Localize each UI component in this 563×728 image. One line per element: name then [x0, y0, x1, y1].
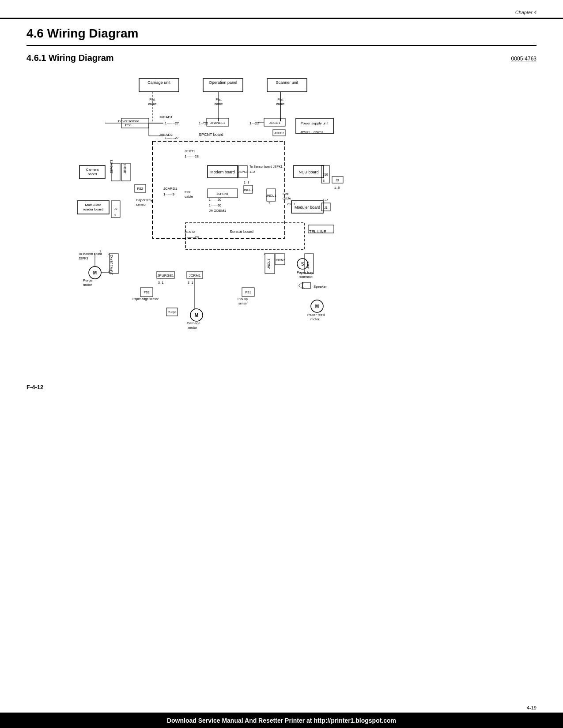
- svg-text:28: 28: [287, 203, 291, 206]
- svg-text:8: 8: [323, 179, 325, 182]
- svg-text:SPCNT board: SPCNT board: [199, 132, 223, 137]
- svg-text:1-------30: 1-------30: [209, 198, 221, 201]
- svg-text:S: S: [301, 262, 304, 266]
- svg-text:Operation panel: Operation panel: [209, 80, 237, 85]
- svg-text:J10: J10: [323, 173, 328, 176]
- svg-text:JEXT1: JEXT1: [185, 149, 196, 153]
- svg-text:JBSNT: JBSNT: [123, 163, 126, 173]
- svg-text:board: board: [88, 172, 97, 176]
- svg-text:JNCU1: JNCU1: [266, 194, 276, 197]
- svg-text:JCARD1: JCARD1: [163, 187, 178, 191]
- svg-text:reader board: reader board: [83, 207, 103, 211]
- svg-text:2: 2: [108, 252, 110, 255]
- svg-text:Moduler board: Moduler board: [295, 205, 320, 210]
- svg-text:1--5: 1--5: [323, 199, 329, 202]
- svg-text:JEXT2: JEXT2: [185, 230, 196, 234]
- svg-text:PS2: PS2: [137, 187, 143, 190]
- svg-text:JCCD2: JCCD2: [274, 131, 284, 135]
- svg-text:Carriage unit: Carriage unit: [147, 80, 170, 85]
- svg-text:JSPK3: JSPK3: [238, 170, 248, 173]
- svg-text:Pick up: Pick up: [238, 297, 248, 301]
- svg-text:JNCU2: JNCU2: [243, 188, 253, 191]
- section-rule: [26, 45, 537, 46]
- svg-text:1: 1: [99, 250, 101, 253]
- svg-rect-145: [302, 282, 310, 289]
- chapter-label: Chapter 4: [515, 10, 537, 15]
- svg-text:3--1: 3--1: [158, 281, 164, 284]
- svg-text:Paper feed: Paper feed: [307, 313, 325, 317]
- svg-text:To Sensor board JSPK1: To Sensor board JSPK1: [249, 165, 283, 168]
- svg-text:3: 3: [114, 214, 116, 217]
- svg-text:JNCU: JNCU: [306, 261, 310, 269]
- svg-text:J3: J3: [336, 179, 339, 182]
- svg-text:Purge: Purge: [168, 311, 176, 314]
- svg-text:JMODEM1: JMODEM1: [209, 209, 227, 213]
- svg-text:JPURGE1: JPURGE1: [158, 274, 174, 278]
- page-number: 4-19: [527, 705, 537, 710]
- svg-text:motor: motor: [310, 317, 320, 321]
- svg-text:solenoid: solenoid: [299, 275, 313, 279]
- svg-text:JSPK3: JSPK3: [79, 257, 88, 260]
- svg-text:M: M: [315, 304, 319, 309]
- svg-text:1: 1: [264, 252, 265, 255]
- svg-marker-146: [299, 282, 302, 289]
- svg-text:JCCD1: JCCD1: [269, 121, 280, 125]
- svg-text:1-------27: 1-------27: [165, 121, 179, 125]
- doc-number: 0005-4763: [511, 56, 537, 62]
- svg-text:JAPM1 JSPK1: JAPM1 JSPK1: [110, 255, 113, 275]
- svg-text:Flat: Flat: [283, 192, 289, 196]
- svg-text:1---22: 1---22: [249, 121, 259, 125]
- svg-text:CN201: CN201: [314, 131, 323, 134]
- svg-text:Scanner unit: Scanner unit: [276, 80, 299, 85]
- svg-line-148: [302, 287, 304, 289]
- wiring-diagram: Carriage unit Operation panel Scanner un…: [26, 71, 537, 379]
- svg-text:Flat: Flat: [185, 190, 191, 194]
- svg-text:Multi-Card: Multi-Card: [85, 203, 102, 207]
- svg-text:JCRM1: JCRM1: [189, 274, 201, 278]
- svg-text:Speaker: Speaker: [314, 285, 327, 289]
- svg-text:1-------28: 1-------28: [185, 235, 199, 239]
- svg-text:J2: J2: [114, 207, 117, 210]
- svg-text:1------9: 1------9: [163, 192, 174, 196]
- svg-text:M: M: [93, 270, 97, 275]
- svg-text:motor: motor: [83, 283, 92, 287]
- svg-text:PS2: PS2: [144, 291, 149, 294]
- svg-text:JNCU3: JNCU3: [267, 259, 270, 269]
- svg-text:sensor: sensor: [238, 302, 248, 305]
- svg-text:Paper edge sensor: Paper edge sensor: [132, 297, 159, 301]
- svg-text:cable: cable: [283, 196, 291, 200]
- svg-text:sensor: sensor: [136, 203, 147, 206]
- svg-text:1--5: 1--5: [334, 186, 340, 189]
- svg-text:JSPCNT: JSPCNT: [216, 192, 229, 195]
- svg-text:Paper tray: Paper tray: [136, 198, 152, 202]
- svg-text:PS1: PS1: [245, 291, 251, 294]
- svg-text:motor: motor: [188, 326, 197, 330]
- svg-text:NCU board: NCU board: [299, 170, 318, 174]
- svg-text:Sensor board: Sensor board: [230, 229, 253, 234]
- svg-text:J1: J1: [324, 206, 328, 209]
- svg-text:1--2: 1--2: [249, 170, 255, 173]
- svg-text:JNCN2: JNCN2: [275, 259, 285, 262]
- svg-text:1--3: 1--3: [244, 181, 249, 184]
- subsection-title: 4.6.1 Wiring Diagram: [26, 53, 114, 63]
- svg-text:1---12: 1---12: [199, 121, 208, 125]
- svg-text:M: M: [195, 313, 198, 318]
- svg-text:JHEAD1: JHEAD1: [159, 115, 173, 119]
- svg-text:cable: cable: [185, 195, 193, 199]
- bottom-banner: Download Service Manual And Resetter Pri…: [0, 713, 563, 728]
- svg-text:Power supply unit: Power supply unit: [300, 121, 329, 125]
- svg-text:1-------28: 1-------28: [185, 154, 199, 158]
- svg-text:2: 2: [268, 202, 270, 205]
- svg-text:To Modem board: To Modem board: [79, 252, 102, 255]
- top-rule: [0, 18, 563, 19]
- svg-text:Cover sensor: Cover sensor: [118, 119, 139, 123]
- svg-text:JPSU1: JPSU1: [300, 131, 310, 134]
- svg-text:1-------27: 1-------27: [165, 136, 179, 140]
- svg-text:JSPCNT3: JSPCNT3: [110, 160, 113, 173]
- svg-text:1-------30: 1-------30: [209, 204, 221, 207]
- svg-rect-162: [185, 223, 305, 249]
- svg-text:Modem board: Modem board: [210, 170, 235, 174]
- svg-text:Purge: Purge: [83, 278, 93, 282]
- svg-text:PS1: PS1: [125, 123, 132, 127]
- svg-text:JPANEL1: JPANEL1: [210, 121, 226, 125]
